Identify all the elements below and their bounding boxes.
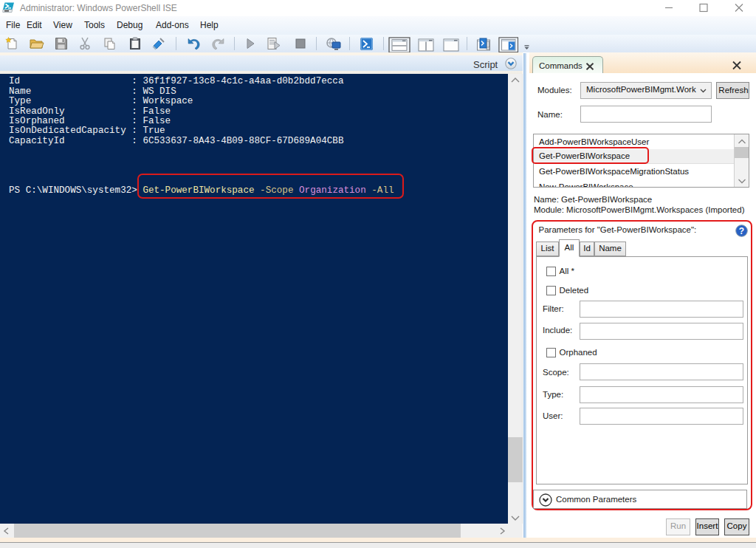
svg-text:?: ? bbox=[738, 226, 743, 236]
